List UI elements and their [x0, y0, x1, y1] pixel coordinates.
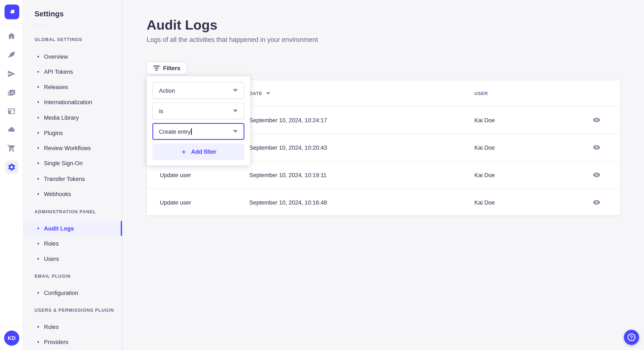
avatar[interactable]: KD: [4, 331, 19, 346]
sidebar-item-configuration[interactable]: Configuration: [24, 285, 122, 300]
page-subtitle: Logs of all the activities that happened…: [147, 36, 318, 44]
view-details-button[interactable]: [590, 113, 603, 127]
table-row[interactable]: Update user September 10, 2024, 10:16:48…: [147, 189, 620, 216]
filter-operator-select[interactable]: is: [152, 103, 244, 119]
strapi-logo[interactable]: [4, 4, 19, 19]
sidebar-item-plugins[interactable]: Plugins: [24, 126, 122, 140]
cell-user: Kai Doe: [474, 161, 495, 189]
sidebar-item-transfer-tokens[interactable]: Transfer Tokens: [24, 172, 122, 186]
strapi-logo-icon: [8, 8, 16, 16]
bullet: [38, 117, 39, 119]
filters-popover: Action is Create entry Add filter: [147, 76, 250, 166]
table-row[interactable]: Update user September 10, 2024, 10:19:11…: [147, 161, 620, 189]
sidebar-item-review-workflows[interactable]: Review Workflows: [24, 141, 122, 156]
bullet: [38, 227, 39, 229]
cell-user: Kai Doe: [474, 106, 495, 134]
view-details-button[interactable]: [590, 196, 603, 209]
cell-user: Kai Doe: [474, 189, 495, 216]
filter-value-select[interactable]: Create entry: [152, 123, 244, 140]
cell-user: Kai Doe: [474, 134, 495, 161]
sidebar-item-media-library[interactable]: Media Library: [24, 110, 122, 125]
main-content: Audit Logs Logs of all the activities th…: [122, 0, 644, 350]
question-mark-icon: ?: [628, 334, 636, 341]
bullet: [38, 86, 39, 88]
chevron-down-icon: [233, 110, 238, 113]
bullet: [38, 178, 39, 180]
sidebar-item-api-tokens[interactable]: API Tokens: [24, 64, 122, 79]
sort-desc-icon: [266, 92, 270, 95]
filter-icon: [153, 66, 160, 71]
section-global-settings: GLOBAL SETTINGS: [34, 37, 82, 42]
sidebar-item-admin-roles[interactable]: Roles: [24, 236, 122, 251]
bullet: [38, 101, 39, 103]
sidebar-item-webhooks[interactable]: Webhooks: [24, 187, 122, 201]
column-header-date[interactable]: DATE: [250, 80, 270, 106]
sidebar-item-overview[interactable]: Overview: [24, 49, 122, 64]
column-header-user[interactable]: USER: [474, 80, 488, 106]
bullet: [38, 147, 39, 149]
bullet: [38, 243, 39, 245]
eye-icon: [592, 198, 600, 206]
sidebar-item-single-sign-on[interactable]: Single Sign-On: [24, 156, 122, 171]
bullet: [38, 56, 39, 57]
filters-button[interactable]: Filters: [147, 61, 187, 75]
pictures-icon[interactable]: [7, 88, 16, 97]
app-window: KD Settings GLOBAL SETTINGS Overview API…: [0, 0, 644, 350]
eye-icon: [592, 144, 600, 151]
gear-icon[interactable]: [5, 160, 18, 174]
rail-bottom-divider: [0, 326, 23, 327]
add-filter-button[interactable]: Add filter: [152, 144, 244, 160]
bullet: [38, 132, 39, 134]
settings-sidebar: Settings GLOBAL SETTINGS Overview API To…: [24, 0, 122, 350]
bullet: [38, 292, 39, 294]
cell-date: September 10, 2024, 10:16:48: [250, 189, 327, 216]
cell-action: Update user: [160, 189, 191, 216]
help-button[interactable]: ?: [624, 330, 639, 345]
sidebar-item-up-providers[interactable]: Providers: [24, 335, 122, 349]
section-administration-panel: ADMINISTRATION PANEL: [34, 209, 96, 214]
sidebar-item-admin-users[interactable]: Users: [24, 251, 122, 266]
eye-icon: [592, 116, 600, 124]
eye-icon: [592, 171, 600, 179]
cell-date: September 10, 2024, 10:19:11: [250, 161, 327, 189]
bullet: [38, 341, 39, 343]
chevron-down-icon: [233, 89, 238, 92]
sidebar-item-releases[interactable]: Releases: [24, 80, 122, 94]
cell-date: September 10, 2024, 10:24:17: [250, 106, 327, 134]
page-title: Audit Logs: [147, 17, 218, 33]
sidebar-item-internationalization[interactable]: Internationalization: [24, 95, 122, 110]
feather-icon[interactable]: [7, 51, 16, 59]
cell-date: September 10, 2024, 10:20:43: [250, 134, 327, 161]
cart-icon[interactable]: [7, 144, 16, 153]
icon-rail: KD: [0, 0, 24, 350]
rail-divider: [0, 24, 23, 24]
filter-field-select[interactable]: Action: [152, 82, 244, 99]
section-email-plugin: EMAIL PLUGIN: [34, 273, 71, 278]
text-cursor: [191, 128, 192, 135]
view-details-button[interactable]: [590, 169, 603, 181]
chevron-down-icon: [233, 130, 238, 133]
bullet: [38, 258, 39, 260]
home-icon[interactable]: [7, 32, 16, 40]
plus-icon: [180, 148, 188, 155]
sidebar-item-audit-logs[interactable]: Audit Logs: [24, 221, 122, 236]
sidebar-title-divider: [34, 25, 44, 26]
sidebar-item-up-roles[interactable]: Roles: [24, 319, 122, 334]
layout-icon[interactable]: [7, 107, 16, 116]
bullet: [38, 71, 39, 73]
bullet: [38, 326, 39, 328]
paper-plane-icon[interactable]: [7, 70, 16, 78]
active-indicator: [121, 221, 122, 236]
bullet: [38, 193, 39, 195]
view-details-button[interactable]: [590, 141, 603, 154]
cell-action: Update user: [160, 161, 191, 189]
cloud-icon[interactable]: [7, 125, 16, 134]
bullet: [38, 163, 39, 164]
sidebar-title: Settings: [34, 10, 64, 18]
section-users-permissions-plugin: USERS & PERMISSIONS PLUGIN: [34, 308, 114, 312]
